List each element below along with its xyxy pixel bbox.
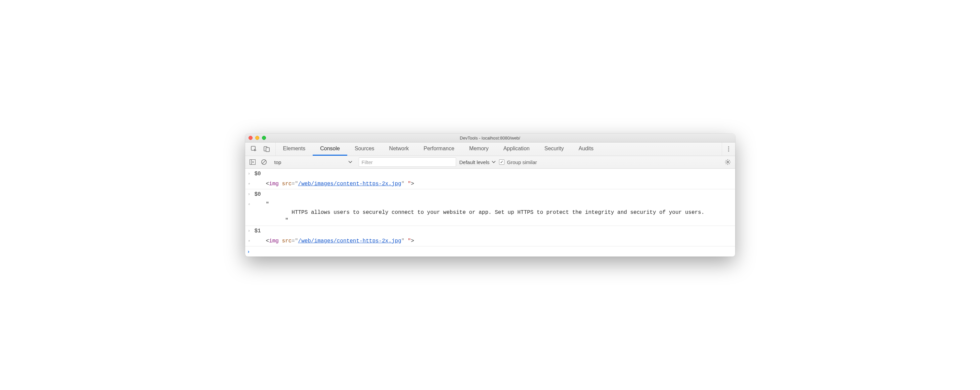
tab-elements[interactable]: Elements [276,142,313,156]
console-output-row: " HTTPS allows users to securely connect… [245,199,735,226]
console-prompt[interactable]: › [245,246,735,257]
console-input-row: $0 [245,169,735,179]
close-window-button[interactable] [248,136,253,140]
log-levels-select[interactable]: Default levels [460,159,496,165]
console-toolbar: top Default levels ✓ Group similar [245,156,735,169]
svg-line-18 [726,163,726,164]
console-message: $0 [255,170,732,178]
zoom-window-button[interactable] [262,136,266,140]
console-settings-icon[interactable] [724,158,732,166]
chevron-down-icon [348,161,352,163]
svg-line-17 [729,160,729,161]
tab-application[interactable]: Application [496,142,537,156]
tab-sources[interactable]: Sources [347,142,382,156]
tab-performance[interactable]: Performance [416,142,462,156]
input-marker-icon [248,227,255,235]
minimize-window-button[interactable] [255,136,259,140]
group-similar-toggle[interactable]: ✓ Group similar [499,159,537,165]
console-output-row: <img src="/web/images/content-https-2x.j… [245,179,735,189]
window-title: DevTools - localhost:8080/web/ [248,136,732,141]
svg-point-3 [728,146,729,147]
console-input[interactable] [255,248,322,255]
tab-security[interactable]: Security [537,142,571,156]
prompt-caret-icon: › [248,248,255,254]
output-marker-icon [248,237,255,245]
console-message: <img src="/web/images/content-https-2x.j… [255,180,732,188]
console-sidebar-toggle-icon[interactable] [248,158,256,166]
resource-link[interactable]: /web/images/content-https-2x.jpg [298,181,401,187]
console-message: <img src="/web/images/content-https-2x.j… [255,237,732,245]
tab-memory[interactable]: Memory [462,142,496,156]
chevron-down-icon [492,161,496,163]
console-message: $1 [255,227,732,235]
checkbox-checked-icon: ✓ [499,159,504,165]
filter-input[interactable] [359,157,456,167]
svg-line-15 [726,160,726,161]
tab-audits[interactable]: Audits [571,142,601,156]
console-message: " HTTPS allows users to securely connect… [255,200,732,225]
input-marker-icon [248,170,255,178]
console-input-row: $1 [245,226,735,236]
devtools-tabbar: ElementsConsoleSourcesNetworkPerformance… [245,142,735,156]
titlebar: DevTools - localhost:8080/web/ [245,134,735,142]
console-output: $0<img src="/web/images/content-https-2x… [245,169,735,246]
traffic-lights [248,136,266,140]
input-marker-icon [248,190,255,198]
group-similar-label: Group similar [507,159,537,165]
resource-link[interactable]: /web/images/content-https-2x.jpg [298,238,401,244]
more-menu-button[interactable] [722,142,735,156]
inspect-element-icon[interactable] [250,145,258,153]
svg-point-5 [728,150,729,151]
svg-point-4 [728,148,729,149]
console-input-row: $0 [245,189,735,199]
console-output-row: <img src="/web/images/content-https-2x.j… [245,236,735,246]
execution-context-label: top [274,159,282,165]
log-levels-label: Default levels [460,159,490,165]
svg-line-9 [262,160,266,164]
svg-rect-2 [266,148,269,152]
tab-network[interactable]: Network [382,142,417,156]
svg-line-16 [729,163,729,164]
device-toolbar-icon[interactable] [262,145,271,153]
output-marker-icon [248,180,255,188]
clear-console-icon[interactable] [260,158,268,166]
execution-context-select[interactable]: top [271,158,355,166]
output-marker-icon [248,200,255,225]
console-message: $0 [255,190,732,198]
tab-console[interactable]: Console [313,142,347,156]
devtools-window: DevTools - localhost:8080/web/ ElementsC… [245,134,735,257]
svg-point-10 [727,161,729,163]
